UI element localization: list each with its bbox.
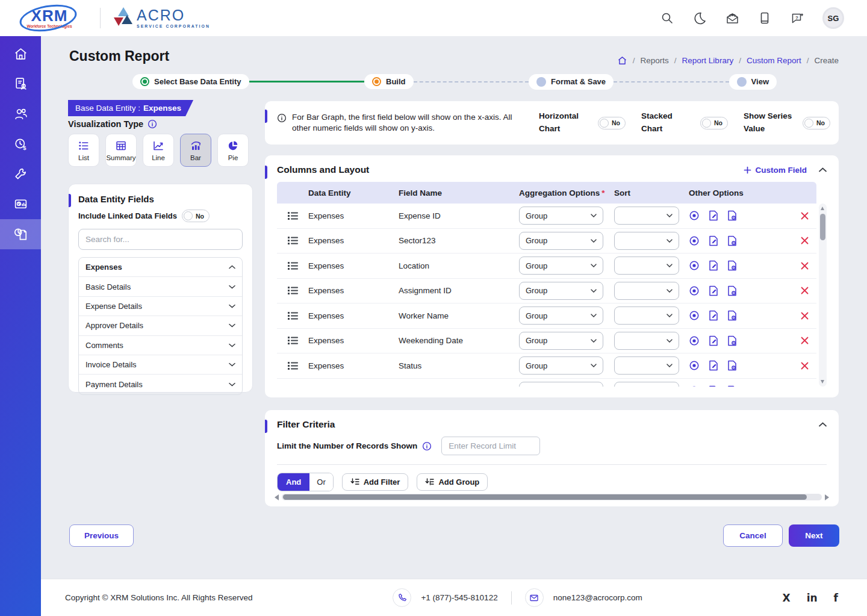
file-settings-icon[interactable] bbox=[727, 210, 737, 221]
aggregation-select[interactable]: Group bbox=[519, 332, 603, 350]
include-linked-fields-toggle[interactable]: No bbox=[182, 210, 210, 222]
sort-select[interactable] bbox=[614, 382, 679, 387]
stacked-chart-toggle[interactable]: No bbox=[700, 117, 728, 129]
delete-row-icon[interactable] bbox=[789, 237, 816, 244]
dark-mode-icon[interactable] bbox=[692, 11, 707, 25]
scroll-up-arrow[interactable] bbox=[821, 207, 824, 210]
sort-select[interactable] bbox=[614, 232, 679, 250]
sort-select[interactable] bbox=[614, 282, 679, 300]
info-icon[interactable] bbox=[422, 441, 432, 451]
file-settings-icon[interactable] bbox=[727, 260, 737, 271]
breadcrumb-item-custom-report[interactable]: Custom Report bbox=[747, 56, 801, 65]
viz-option-bar-selected[interactable]: Bar bbox=[180, 134, 211, 167]
step-select-base-data-entity[interactable]: Select Base Data Entity bbox=[132, 74, 249, 89]
file-settings-icon[interactable] bbox=[727, 285, 737, 296]
fields-item-comments[interactable]: Comments bbox=[79, 336, 242, 355]
viz-option-line[interactable]: Line bbox=[143, 134, 174, 167]
scroll-right-arrow[interactable] bbox=[825, 494, 829, 500]
linkedin-icon[interactable]: in bbox=[807, 592, 818, 604]
or-button[interactable]: Or bbox=[309, 473, 332, 491]
visibility-icon[interactable] bbox=[689, 235, 700, 246]
drag-handle-icon[interactable] bbox=[277, 261, 305, 270]
previous-button[interactable]: Previous bbox=[69, 524, 134, 547]
drag-handle-icon[interactable] bbox=[277, 336, 305, 345]
cancel-button[interactable]: Cancel bbox=[723, 524, 783, 547]
filter-horizontal-scrollbar[interactable] bbox=[275, 493, 829, 501]
aggregation-select[interactable]: Group bbox=[519, 282, 603, 300]
fields-group-expenses[interactable]: Expenses bbox=[79, 258, 242, 277]
sort-select[interactable] bbox=[614, 257, 679, 275]
next-button[interactable]: Next bbox=[789, 524, 839, 547]
step-format-save[interactable]: Format & Save bbox=[529, 74, 614, 90]
sidebar-item-workers[interactable] bbox=[0, 99, 41, 129]
aggregation-select[interactable]: Group bbox=[519, 356, 603, 375]
drag-handle-icon[interactable] bbox=[277, 361, 305, 370]
collapse-filter-section-button[interactable] bbox=[819, 422, 827, 427]
user-avatar[interactable]: SG bbox=[822, 7, 844, 29]
horizontal-chart-toggle[interactable]: No bbox=[598, 117, 626, 129]
record-limit-input[interactable] bbox=[441, 437, 540, 455]
aggregation-select[interactable]: Group bbox=[519, 207, 603, 225]
collapse-columns-section-button[interactable] bbox=[819, 167, 827, 172]
fields-item-approver-details[interactable]: Approver Details bbox=[79, 316, 242, 335]
fields-item-basic-details[interactable]: Basic Details bbox=[79, 277, 242, 296]
sidebar-item-tools[interactable] bbox=[0, 159, 41, 189]
edit-file-icon[interactable] bbox=[709, 310, 718, 321]
file-settings-icon[interactable] bbox=[727, 335, 737, 346]
edit-file-icon[interactable] bbox=[709, 210, 718, 221]
info-icon[interactable] bbox=[148, 119, 157, 129]
x-icon[interactable]: X bbox=[783, 592, 791, 604]
viz-option-pie[interactable]: Pie bbox=[217, 134, 249, 167]
add-group-button[interactable]: Add Group bbox=[417, 473, 488, 491]
edit-file-icon[interactable] bbox=[709, 235, 718, 246]
file-settings-icon[interactable] bbox=[727, 385, 737, 387]
scroll-left-arrow[interactable] bbox=[275, 494, 279, 500]
step-view[interactable]: View bbox=[729, 74, 777, 90]
table-vertical-scrollbar[interactable] bbox=[819, 204, 827, 387]
acro-logo[interactable]: ACRO SERVICE CORPORATION bbox=[114, 7, 210, 29]
edit-file-icon[interactable] bbox=[709, 385, 718, 387]
help-chat-icon[interactable]: ? bbox=[790, 11, 804, 25]
drag-handle-icon[interactable] bbox=[277, 286, 305, 295]
sidebar-item-reports[interactable] bbox=[0, 219, 41, 249]
sidebar-item-requisitions[interactable] bbox=[0, 69, 41, 99]
docs-icon[interactable] bbox=[757, 11, 772, 25]
edit-file-icon[interactable] bbox=[709, 360, 718, 371]
delete-row-icon[interactable] bbox=[789, 337, 816, 344]
visibility-icon[interactable] bbox=[689, 360, 700, 371]
drag-handle-icon[interactable] bbox=[277, 311, 305, 320]
footer-phone[interactable]: +1 (877)-545-810122 bbox=[421, 593, 497, 602]
visibility-icon[interactable] bbox=[689, 385, 700, 387]
sort-select[interactable] bbox=[614, 207, 679, 225]
edit-file-icon[interactable] bbox=[709, 335, 718, 346]
breadcrumb-item-reports[interactable]: Reports bbox=[641, 56, 669, 65]
scrollbar-track[interactable] bbox=[282, 494, 822, 500]
edit-file-icon[interactable] bbox=[709, 285, 718, 296]
scroll-down-arrow[interactable] bbox=[821, 380, 824, 384]
delete-row-icon[interactable] bbox=[789, 362, 816, 370]
drag-handle-icon[interactable] bbox=[277, 236, 305, 245]
mail-announcement-icon[interactable] bbox=[725, 11, 739, 25]
sort-select[interactable] bbox=[614, 306, 679, 325]
visibility-icon[interactable] bbox=[689, 335, 700, 346]
edit-file-icon[interactable] bbox=[709, 260, 718, 271]
visibility-icon[interactable] bbox=[689, 285, 700, 296]
aggregation-select[interactable]: Group bbox=[519, 232, 603, 250]
footer-email[interactable]: none123@acrocorp.com bbox=[553, 593, 642, 602]
sort-select[interactable] bbox=[614, 332, 679, 350]
breadcrumb-item-report-library[interactable]: Report Library bbox=[682, 56, 734, 65]
aggregation-select[interactable]: Group bbox=[519, 306, 603, 325]
file-settings-icon[interactable] bbox=[727, 310, 737, 321]
xrm-logo[interactable]: XRM Workforce Technologies bbox=[17, 3, 82, 33]
drag-handle-icon[interactable] bbox=[277, 386, 305, 387]
add-filter-button[interactable]: Add Filter bbox=[342, 473, 409, 491]
delete-row-icon[interactable] bbox=[789, 262, 816, 270]
show-series-value-toggle[interactable]: No bbox=[803, 117, 830, 129]
and-button[interactable]: And bbox=[278, 473, 309, 491]
visibility-icon[interactable] bbox=[689, 310, 700, 321]
viz-option-list[interactable]: List bbox=[68, 134, 99, 167]
aggregation-select[interactable]: Group bbox=[519, 382, 603, 387]
delete-row-icon[interactable] bbox=[789, 212, 816, 220]
visibility-icon[interactable] bbox=[689, 260, 700, 271]
step-build[interactable]: Build bbox=[364, 74, 414, 89]
